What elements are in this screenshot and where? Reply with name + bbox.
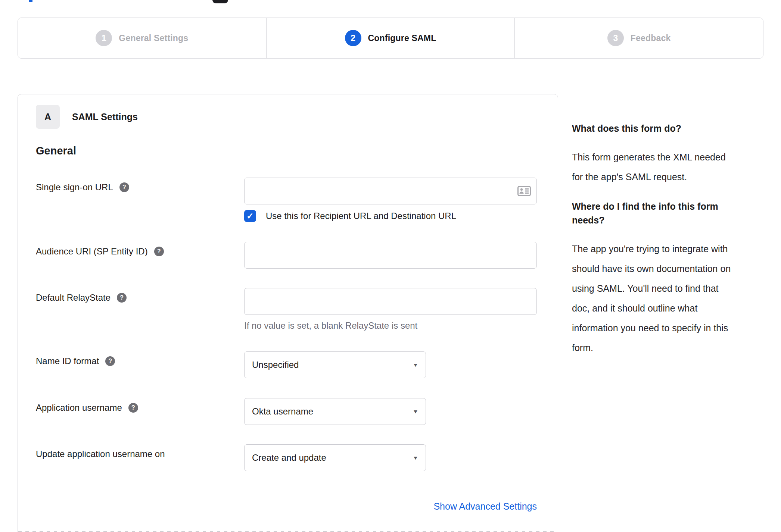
wizard-stepper: 1 General Settings 2 Configure SAML 3 Fe… xyxy=(18,18,763,59)
field-row-application-username: Application username ? Okta username ▼ xyxy=(36,398,558,425)
application-username-label-wrap: Application username ? xyxy=(36,398,244,413)
chevron-down-icon: ▼ xyxy=(413,409,418,414)
field-row-relay-state: Default RelayState ? If no value is set,… xyxy=(36,288,558,331)
chevron-down-icon: ▼ xyxy=(413,455,418,461)
application-username-select[interactable]: Okta username ▼ xyxy=(244,398,426,425)
sso-url-label: Single sign-on URL xyxy=(36,182,113,193)
panel-title: SAML Settings xyxy=(72,112,138,122)
help-icon[interactable]: ? xyxy=(154,247,164,256)
recipient-url-checkbox-label: Use this for Recipient URL and Destinati… xyxy=(266,211,456,221)
relay-state-label-wrap: Default RelayState ? xyxy=(36,288,244,303)
step-1-badge: 1 xyxy=(96,30,112,46)
relay-state-label: Default RelayState xyxy=(36,292,111,303)
cutoff-app-logo-fragment xyxy=(212,0,228,3)
step-feedback[interactable]: 3 Feedback xyxy=(514,18,763,58)
sso-url-input[interactable] xyxy=(244,178,537,204)
step-2-badge: 2 xyxy=(345,30,361,46)
step-2-label: Configure SAML xyxy=(368,33,436,43)
name-id-format-label: Name ID format xyxy=(36,356,99,366)
audience-uri-input[interactable] xyxy=(244,242,537,269)
show-advanced-settings-link[interactable]: Show Advanced Settings xyxy=(433,501,537,511)
step-3-label: Feedback xyxy=(631,33,671,43)
field-row-name-id-format: Name ID format ? Unspecified ▼ xyxy=(36,351,558,378)
cutoff-blue-fragment xyxy=(29,0,32,2)
sidebar-section-where: Where do I find the info this form needs… xyxy=(572,200,763,358)
name-id-format-select[interactable]: Unspecified ▼ xyxy=(244,351,426,378)
recipient-url-checkbox-row: ✓ Use this for Recipient URL and Destina… xyxy=(244,210,537,222)
sidebar-body-what: This form generates the XML needed for t… xyxy=(572,147,763,187)
general-group-title: General xyxy=(36,144,558,157)
audience-uri-label: Audience URI (SP Entity ID) xyxy=(36,246,148,257)
field-row-audience-uri: Audience URI (SP Entity ID) ? xyxy=(36,242,558,269)
relay-state-input[interactable] xyxy=(244,288,537,315)
advanced-settings-row: Show Advanced Settings xyxy=(36,501,537,512)
saml-settings-panel: A SAML Settings General Single sign-on U… xyxy=(18,94,558,532)
help-icon[interactable]: ? xyxy=(128,403,138,413)
update-username-label-wrap: Update application username on xyxy=(36,444,244,459)
dashed-divider xyxy=(18,531,557,532)
application-username-value: Okta username xyxy=(252,406,313,417)
field-row-sso-url: Single sign-on URL ? xyxy=(36,178,558,222)
sso-url-label-wrap: Single sign-on URL ? xyxy=(36,178,244,193)
relay-state-hint: If no value is set, a blank RelayState i… xyxy=(244,320,537,331)
step-general-settings[interactable]: 1 General Settings xyxy=(18,18,266,58)
step-configure-saml[interactable]: 2 Configure SAML xyxy=(266,18,515,58)
help-icon[interactable]: ? xyxy=(117,293,127,303)
step-1-label: General Settings xyxy=(119,33,188,43)
contact-card-icon xyxy=(517,186,531,198)
help-icon[interactable]: ? xyxy=(105,356,115,366)
saml-form: Single sign-on URL ? xyxy=(36,178,558,512)
application-username-label: Application username xyxy=(36,403,122,413)
sidebar-heading-what: What does this form do? xyxy=(572,122,763,135)
sidebar-section-what: What does this form do? This form genera… xyxy=(572,122,763,187)
help-sidebar: What does this form do? This form genera… xyxy=(572,122,763,358)
section-a-badge: A xyxy=(36,105,60,129)
update-username-value: Create and update xyxy=(252,453,326,463)
recipient-url-checkbox[interactable]: ✓ xyxy=(244,210,256,222)
update-username-label: Update application username on xyxy=(36,449,165,459)
step-3-badge: 3 xyxy=(607,30,624,46)
audience-uri-label-wrap: Audience URI (SP Entity ID) ? xyxy=(36,242,244,257)
sidebar-heading-where: Where do I find the info this form needs… xyxy=(572,200,763,227)
help-icon[interactable]: ? xyxy=(119,182,129,192)
name-id-format-label-wrap: Name ID format ? xyxy=(36,351,244,366)
update-username-select[interactable]: Create and update ▼ xyxy=(244,444,426,471)
sidebar-body-where: The app you're trying to integrate with … xyxy=(572,239,763,358)
field-row-update-username: Update application username on Create an… xyxy=(36,444,558,471)
panel-header: A SAML Settings xyxy=(36,105,558,129)
name-id-format-value: Unspecified xyxy=(252,360,299,370)
chevron-down-icon: ▼ xyxy=(413,362,418,368)
